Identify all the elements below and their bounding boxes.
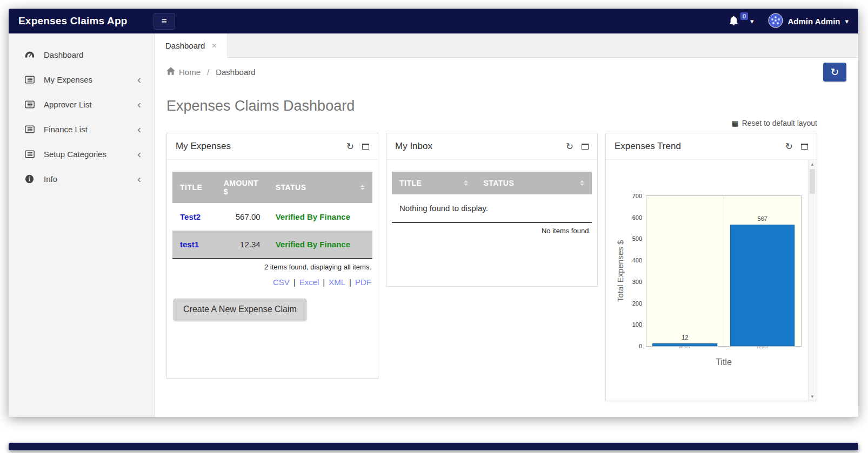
app-window: Expenses Claims App ≡ 0 ▾ Admin Admin ▾ [9,9,858,417]
chevron-left-icon: ‹ [137,148,141,159]
y-tick-label: 600 [632,214,642,221]
expense-title-link[interactable]: Test2 [180,212,201,221]
panel-collapse-icon[interactable] [582,144,589,150]
chevron-left-icon: ‹ [137,99,141,110]
panel-refresh-icon[interactable]: ↻ [346,142,354,151]
breadcrumb-separator: / [207,67,209,77]
sidebar: Dashboard My Expenses ‹ Approver List ‹ [9,33,155,417]
avatar [768,13,783,30]
export-links: CSV|Excel|XML|PDF [172,273,372,288]
user-menu[interactable]: Admin Admin ▾ [768,13,849,30]
panel-title: My Inbox [395,141,432,152]
sidebar-item-label: My Expenses [44,75,92,84]
sidebar-item-label: Dashboard [44,50,83,59]
sidebar-item-finance-list[interactable]: Finance List ‹ [9,117,154,141]
table-row: Test2 567.00 Verified By Finance [172,203,372,231]
chart-category-slot: Test2567 [724,196,802,346]
panel-my-expenses: My Expenses ↻ TITLE [166,133,378,378]
column-header-status[interactable]: STATUS [476,172,592,194]
bar-value-label: 567 [724,215,802,222]
expense-status: Verified By Finance [268,231,372,258]
scrollbar-thumb[interactable] [810,169,815,194]
panel-collapse-icon[interactable] [362,144,369,150]
sidebar-item-setup-categories[interactable]: Setup Categories ‹ [9,141,154,166]
sidebar-item-label: Finance List [44,125,88,134]
breadcrumb: Home / Dashboard ↻ [155,58,858,86]
export-link-separator: | [323,278,325,287]
bottom-bar [9,443,858,450]
chart-category-slot: test112 [646,196,724,346]
breadcrumb-home-link[interactable]: Home [166,67,201,77]
panel-title: Expenses Trend [615,141,681,152]
column-header-status[interactable]: STATUS [268,172,372,203]
hamburger-icon: ≡ [162,17,167,26]
panel-refresh-icon[interactable]: ↻ [566,142,573,151]
caret-down-icon: ▾ [845,17,849,25]
chart-plot: test112Test2567 0100200300400500600700 [646,195,802,347]
chart-bar-test1 [652,343,717,346]
tab-bar: Dashboard × [155,33,858,58]
tab-label: Dashboard [165,41,205,50]
y-tick-label: 200 [632,300,642,307]
refresh-icon: ↻ [831,66,839,78]
breadcrumb-current: Dashboard [216,67,255,77]
tab-dashboard[interactable]: Dashboard × [155,33,228,58]
export-xml-link[interactable]: XML [329,278,345,287]
chevron-left-icon: ‹ [137,74,141,85]
scroll-down-icon[interactable]: ▼ [809,394,816,399]
top-navbar: Expenses Claims App ≡ 0 ▾ Admin Admin ▾ [9,9,858,33]
y-tick-label: 100 [632,321,642,328]
create-expense-button[interactable]: Create A New Expense Claim [173,299,306,320]
chart-y-axis-label: Total Expenses $ [615,195,625,347]
sidebar-item-info[interactable]: Info ‹ [9,166,154,191]
table-row: test1 12.34 Verified By Finance [172,231,372,258]
column-header-amount[interactable]: AMOUNT $ [216,172,268,203]
list-icon [25,76,36,84]
y-tick-label: 0 [639,343,642,349]
expense-amount: 12.34 [216,231,268,258]
expense-title-link[interactable]: test1 [180,240,199,249]
breadcrumb-home-label: Home [179,67,201,77]
chart-slots: test112Test2567 [646,196,801,346]
expense-status: Verified By Finance [268,203,372,231]
sidebar-item-my-expenses[interactable]: My Expenses ‹ [9,67,154,92]
sidebar-toggle-button[interactable]: ≡ [153,13,175,30]
info-icon [25,174,36,184]
sort-icon [580,180,584,186]
page-refresh-button[interactable]: ↻ [823,63,846,82]
sidebar-item-dashboard[interactable]: Dashboard [9,42,154,67]
sort-icon [464,180,468,186]
panel-refresh-icon[interactable]: ↻ [785,142,793,151]
expenses-trend-chart: Total Expenses $ test112Test2567 0100200… [606,160,817,401]
scroll-up-icon[interactable]: ▲ [809,162,816,167]
notification-badge: 0 [740,12,748,20]
items-summary: 2 items found, displaying all items. [172,259,372,273]
chart-scrollbar[interactable]: ▲ ▼ [808,160,816,401]
tab-close-icon[interactable]: × [211,40,217,51]
my-expenses-table: TITLE AMOUNT $ STATUS Test2 567. [172,172,372,258]
chevron-left-icon: ‹ [137,124,141,134]
chevron-left-icon: ‹ [137,173,141,184]
dashboard-icon [25,51,36,58]
table-row: Nothing found to display. [392,194,592,222]
panel-expenses-trend: Expenses Trend ↻ Total Expenses $ [605,133,817,401]
column-header-title[interactable]: TITLE [172,172,216,203]
y-tick-label: 700 [632,193,642,199]
sidebar-item-approver-list[interactable]: Approver List ‹ [9,92,154,117]
column-header-title[interactable]: TITLE [392,172,476,194]
user-name: Admin Admin [788,17,840,26]
notifications-button[interactable]: 0 ▾ [729,16,754,27]
chart-x-axis-label: Title [646,357,802,367]
sidebar-item-label: Approver List [44,100,91,109]
panel-my-inbox: My Inbox ↻ TITLE [386,133,598,287]
export-excel-link[interactable]: Excel [299,278,319,287]
page-title: Expenses Claims Dashboard [166,98,817,114]
content-area: Expenses Claims Dashboard ▦ Reset to def… [155,86,858,417]
reset-layout-link[interactable]: ▦ Reset to default layout [731,119,817,127]
bar-value-label: 12 [646,334,724,341]
items-found: No items found. [392,223,592,237]
export-pdf-link[interactable]: PDF [355,278,371,287]
chart-bar-Test2 [730,225,795,346]
export-csv-link[interactable]: CSV [273,278,290,287]
panel-collapse-icon[interactable] [801,144,808,150]
